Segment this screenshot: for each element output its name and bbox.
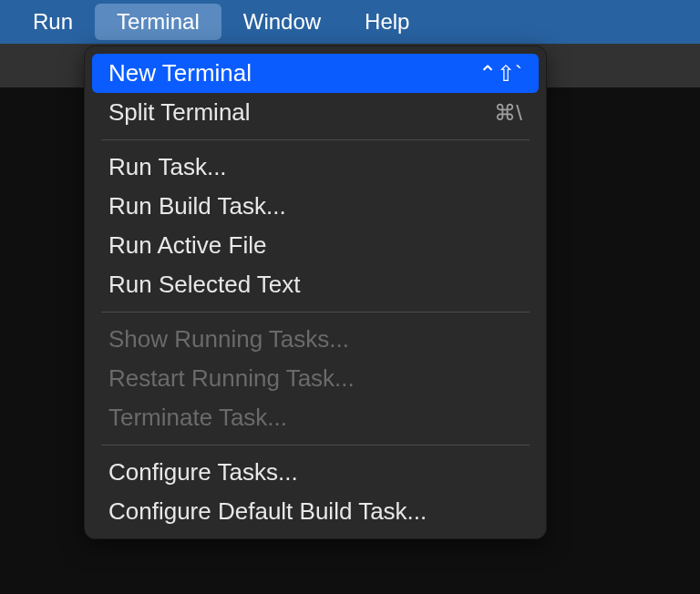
menu-item-label: Run Task... — [108, 153, 227, 181]
menu-item-run-selected-text[interactable]: Run Selected Text — [92, 265, 539, 304]
menu-item-label: Configure Tasks... — [108, 458, 298, 486]
menu-item-label: Configure Default Build Task... — [108, 497, 427, 526]
menu-item-configure-default-build-task[interactable]: Configure Default Build Task... — [92, 492, 539, 531]
menu-item-run-task[interactable]: Run Task... — [92, 148, 539, 187]
menubar-item-terminal[interactable]: Terminal — [95, 4, 221, 40]
menu-item-configure-tasks[interactable]: Configure Tasks... — [92, 453, 539, 492]
menu-item-show-running-tasks: Show Running Tasks... — [92, 320, 539, 359]
terminal-dropdown-menu: New Terminal ⌃⇧` Split Terminal ⌘\ Run T… — [84, 46, 547, 539]
menu-item-new-terminal[interactable]: New Terminal ⌃⇧` — [92, 54, 539, 93]
menu-item-run-active-file[interactable]: Run Active File — [92, 226, 539, 265]
menu-separator — [101, 445, 530, 446]
menu-item-split-terminal[interactable]: Split Terminal ⌘\ — [92, 93, 539, 132]
menu-item-label: Run Build Task... — [108, 192, 286, 220]
menu-item-label: Terminate Task... — [108, 404, 287, 432]
menu-shortcut: ⌘\ — [494, 100, 522, 126]
menu-item-label: Run Active File — [108, 231, 266, 260]
menu-item-terminate-task: Terminate Task... — [92, 398, 539, 437]
menubar: Run Terminal Window Help — [0, 0, 700, 44]
menu-shortcut: ⌃⇧` — [479, 61, 522, 87]
menubar-item-help[interactable]: Help — [343, 4, 431, 40]
menu-separator — [101, 139, 530, 140]
menu-item-restart-running-task: Restart Running Task... — [92, 359, 539, 398]
menubar-item-window[interactable]: Window — [221, 4, 343, 40]
menu-separator — [101, 312, 530, 312]
menu-item-label: Restart Running Task... — [108, 364, 355, 393]
menubar-item-run[interactable]: Run — [11, 4, 95, 40]
menu-item-label: Show Running Tasks... — [108, 325, 349, 353]
menu-item-run-build-task[interactable]: Run Build Task... — [92, 187, 539, 226]
menu-item-label: Run Selected Text — [108, 271, 301, 299]
menu-item-label: New Terminal — [108, 59, 252, 87]
menu-item-label: Split Terminal — [108, 98, 251, 127]
